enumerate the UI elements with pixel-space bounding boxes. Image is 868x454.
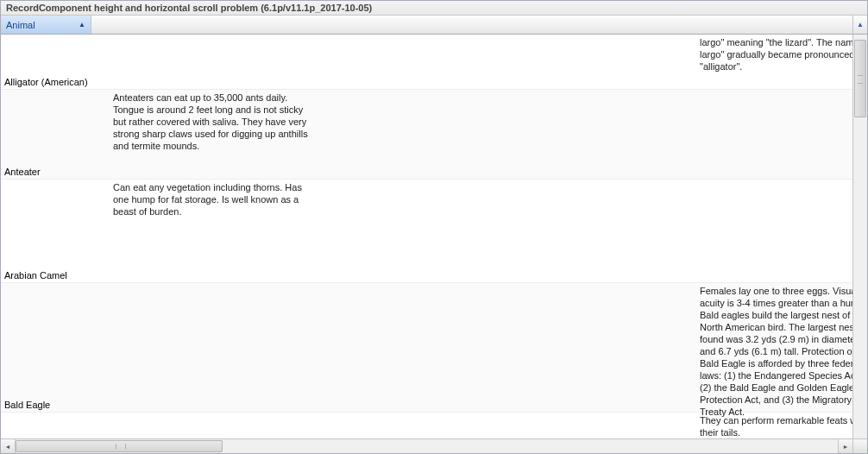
chevron-right-icon: ► <box>843 444 849 450</box>
horizontal-scrollbar-track[interactable] <box>16 439 838 453</box>
table-row[interactable]: They can perform remarkable feats with t… <box>1 413 852 438</box>
table-row[interactable]: Arabian CamelCan eat any vegetation incl… <box>1 180 852 283</box>
scroll-left-button[interactable]: ◄ <box>1 439 16 453</box>
chevron-left-icon: ◄ <box>5 444 11 450</box>
sort-asc-icon: ▲ <box>79 21 85 28</box>
animal-cell: Bald Eagle <box>4 400 50 410</box>
table-row[interactable]: Alligator (American)largo" meaning "the … <box>1 35 852 90</box>
description-cell: Females lay one to three eggs. Visual ac… <box>700 285 852 418</box>
scroll-right-button[interactable]: ► <box>838 439 852 453</box>
grid-body-viewport[interactable]: Alligator (American)largo" meaning "the … <box>1 35 852 438</box>
scrollbar-corner <box>852 439 867 453</box>
column-header-animal[interactable]: Animal ▲ <box>1 16 91 34</box>
animal-cell: Alligator (American) <box>4 77 88 87</box>
description-cell: Can eat any vegetation including thorns.… <box>113 181 311 218</box>
vertical-scrollbar-track[interactable] <box>853 35 867 438</box>
grid-body: Alligator (American)largo" meaning "the … <box>1 35 867 438</box>
grid-body-inner: Alligator (American)largo" meaning "the … <box>1 35 852 438</box>
vertical-scrollbar[interactable] <box>852 35 867 438</box>
column-header-label: Animal <box>6 20 35 30</box>
table-row[interactable]: Bald EagleFemales lay one to three eggs.… <box>1 283 852 413</box>
animal-cell: Arabian Camel <box>4 270 67 281</box>
grid: Animal ▲ ▲ Alligator (American)largo" me… <box>1 16 867 453</box>
chevron-up-icon: ▲ <box>857 21 864 28</box>
table-row[interactable]: AnteaterAnteaters can eat up to 35,000 a… <box>1 90 852 180</box>
window-title: RecordComponent height and horizontal sc… <box>1 1 867 16</box>
scroll-up-button[interactable]: ▲ <box>852 16 867 34</box>
animal-cell: Anteater <box>4 167 41 177</box>
description-cell: Anteaters can eat up to 35,000 ants dail… <box>113 91 311 152</box>
window: RecordComponent height and horizontal sc… <box>0 0 868 454</box>
vertical-scrollbar-thumb[interactable] <box>854 40 866 117</box>
column-header-spacer <box>91 16 852 34</box>
horizontal-scrollbar[interactable]: ◄ ► <box>1 438 867 453</box>
horizontal-scrollbar-thumb[interactable] <box>16 440 223 452</box>
description-cell: largo" meaning "the lizard". The name la… <box>700 36 852 73</box>
description-cell: They can perform remarkable feats with t… <box>700 414 852 438</box>
grid-header-row: Animal ▲ ▲ <box>1 16 867 35</box>
